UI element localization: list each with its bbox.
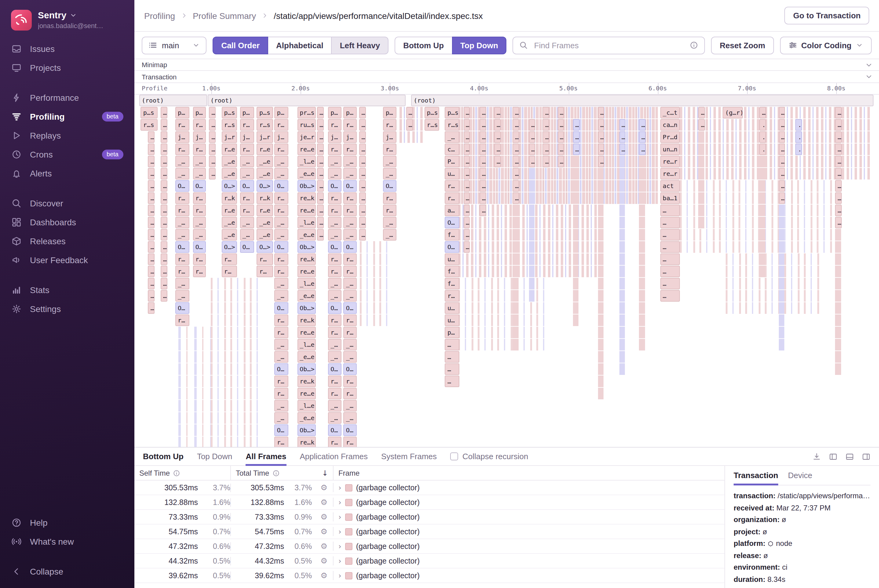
tab-system-frames[interactable]: System Frames: [381, 447, 437, 466]
flame-frame[interactable]: …: [512, 144, 519, 155]
flame-frame[interactable]: …: [543, 119, 550, 130]
flame-frame[interactable]: _…: [193, 168, 206, 180]
flame-frame[interactable]: j…: [328, 131, 341, 143]
frames-table-row[interactable]: 44.32ms0.5%44.32ms0.5%⚙›(garbage collect…: [134, 554, 724, 568]
flame-frame[interactable]: _…: [344, 290, 357, 302]
flame-frame[interactable]: r…: [275, 388, 288, 399]
flame-frame[interactable]: …: [317, 217, 324, 228]
flame-frame[interactable]: …: [598, 119, 604, 130]
flame-frame[interactable]: _…: [175, 290, 189, 302]
flame-frame[interactable]: …: [359, 204, 365, 216]
flame-frame[interactable]: r…: [275, 204, 288, 216]
transaction-row[interactable]: Transaction: [134, 71, 879, 83]
flame-frame[interactable]: …: [148, 192, 155, 204]
flame-frame[interactable]: …: [161, 144, 167, 155]
flame-frame[interactable]: _…: [328, 156, 341, 167]
flame-frame[interactable]: …: [529, 156, 535, 167]
flame-frame[interactable]: …: [148, 156, 155, 167]
flame-frame[interactable]: _…: [344, 412, 357, 424]
sidebar-item-profiling[interactable]: Profilingbeta: [0, 107, 134, 126]
frames-table-row[interactable]: 47.32ms0.6%47.32ms0.6%⚙›(garbage collect…: [134, 539, 724, 554]
flame-frame[interactable]: _l…e: [297, 339, 316, 351]
panel-right-icon[interactable]: [862, 452, 870, 461]
flame-frames-cluster[interactable]: [835, 229, 841, 375]
flame-frame[interactable]: _…e: [221, 156, 237, 167]
flame-frame[interactable]: re…k: [297, 315, 316, 326]
flame-frame[interactable]: re…e: [297, 144, 316, 155]
breadcrumb-item-0[interactable]: Profiling: [144, 10, 175, 21]
minimap-row[interactable]: Minimap: [134, 58, 879, 71]
flame-frame[interactable]: …: [463, 168, 470, 180]
flame-frame[interactable]: O…: [328, 241, 341, 253]
flame-frame[interactable]: …: [148, 290, 155, 302]
sidebar-item-collapse[interactable]: Collapse: [0, 562, 134, 580]
frame-settings-gear-icon[interactable]: ⚙: [315, 498, 333, 507]
flame-frame[interactable]: …: [660, 266, 680, 277]
flame-frame[interactable]: _l…e: [297, 400, 316, 411]
flame-frame[interactable]: _…: [445, 131, 460, 143]
flame-frame[interactable]: r…: [193, 119, 206, 130]
flame-frame[interactable]: …: [479, 192, 486, 204]
flame-frame[interactable]: r…s: [425, 119, 439, 130]
flame-frame[interactable]: r…: [344, 204, 357, 216]
flame-frame[interactable]: …: [317, 204, 324, 216]
flame-frame[interactable]: r…: [328, 204, 341, 216]
flame-frame[interactable]: …: [445, 339, 460, 351]
flame-frame-root[interactable]: (root): [411, 94, 873, 106]
flame-frame[interactable]: _e…e: [297, 290, 316, 302]
flame-frame[interactable]: r…: [383, 144, 397, 155]
flame-frame[interactable]: _…: [328, 278, 341, 290]
flame-frame[interactable]: …: [835, 107, 842, 118]
flame-frame[interactable]: …: [835, 180, 842, 192]
flame-frame[interactable]: …: [445, 351, 460, 363]
flame-frame[interactable]: r…e: [257, 204, 273, 216]
flame-frames-cluster[interactable]: [760, 156, 765, 277]
tab-collapse-recursion[interactable]: Collapse recursion: [450, 447, 528, 466]
flame-frame[interactable]: O…: [328, 363, 341, 375]
flame-frame[interactable]: …: [573, 144, 580, 155]
flame-frame[interactable]: u…: [445, 302, 460, 314]
flame-frame[interactable]: …: [660, 254, 680, 265]
flame-frame[interactable]: …: [760, 107, 766, 118]
flame-frame[interactable]: …: [494, 144, 501, 155]
flame-frame[interactable]: _…: [275, 156, 288, 167]
flame-frame[interactable]: p…s: [445, 107, 460, 118]
flame-frames-cluster[interactable]: [360, 241, 389, 326]
flame-frame[interactable]: _…: [344, 400, 357, 411]
flame-frame[interactable]: _…: [175, 229, 189, 241]
flame-frame[interactable]: r…: [344, 119, 357, 130]
flame-frame[interactable]: _…: [383, 229, 397, 241]
flame-frame[interactable]: O…>: [221, 180, 237, 192]
sidebar-item-alerts[interactable]: Alerts: [0, 164, 134, 183]
flame-frame[interactable]: act: [660, 180, 680, 192]
flame-frame[interactable]: …: [512, 156, 519, 167]
flame-frame[interactable]: …: [445, 375, 460, 387]
flame-frame[interactable]: O…>: [257, 241, 273, 253]
flame-frame[interactable]: O…: [383, 180, 397, 192]
flame-frame[interactable]: r…: [328, 315, 341, 326]
flame-frame[interactable]: r…: [193, 266, 206, 277]
flame-frame[interactable]: r…s: [445, 119, 460, 130]
flame-frame[interactable]: _e…e: [297, 229, 316, 241]
collapse-recursion-checkbox[interactable]: [450, 453, 458, 460]
flame-frame[interactable]: …: [161, 241, 167, 253]
flame-frame[interactable]: …: [317, 168, 324, 180]
flame-frame[interactable]: …: [479, 204, 486, 216]
flame-frame[interactable]: ..: [760, 144, 766, 155]
flame-frame[interactable]: …: [512, 131, 519, 143]
flame-frame[interactable]: …: [161, 254, 167, 265]
flame-frame[interactable]: ba…1: [660, 192, 680, 204]
flame-frame[interactable]: r…: [240, 119, 254, 130]
details-tab-transaction[interactable]: Transaction: [733, 471, 778, 485]
flame-frame[interactable]: _…: [175, 278, 189, 290]
flame-frame[interactable]: …: [359, 180, 365, 192]
flame-frame[interactable]: _…: [328, 339, 341, 351]
flame-frame[interactable]: _l…e: [297, 278, 316, 290]
flame-frame[interactable]: …: [161, 217, 167, 228]
flame-frame[interactable]: …: [699, 119, 705, 130]
frame-header[interactable]: Frame: [338, 469, 359, 477]
panel-bottom-icon[interactable]: [845, 452, 854, 461]
flame-frame[interactable]: O…: [193, 241, 206, 253]
flame-frame[interactable]: _…: [344, 168, 357, 180]
flame-frame[interactable]: …: [494, 119, 501, 130]
